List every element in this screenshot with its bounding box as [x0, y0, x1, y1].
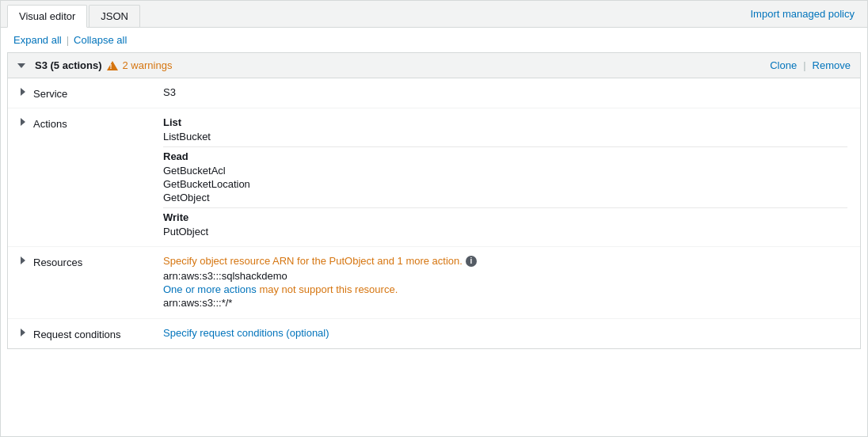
resource-note: One or more actions may not support this… — [163, 283, 847, 295]
section-title: S3 (5 actions) — [35, 59, 102, 71]
section-actions: Clone | Remove — [770, 59, 851, 71]
service-expand-icon[interactable] — [21, 88, 25, 96]
action-separator-1 — [163, 146, 847, 147]
expand-all-link[interactable]: Expand all — [13, 34, 62, 46]
request-conditions-row: Request conditions Specify request condi… — [8, 319, 860, 348]
resource-note-link[interactable]: One or more actions — [163, 283, 257, 295]
actions-expand-icon[interactable] — [21, 118, 25, 126]
expand-collapse-bar: Expand all | Collapse all — [1, 28, 867, 52]
conditions-expand-icon[interactable] — [21, 329, 25, 336]
actions-row: Actions List ListBucket Read GetBucketAc… — [8, 108, 860, 247]
resource-warning-text: Specify object resource ARN for the PutO… — [163, 255, 847, 267]
resources-label: Resources — [21, 255, 163, 268]
tab-bar-left: Visual editor JSON — [7, 1, 142, 27]
request-conditions-content: Specify request conditions (optional) — [163, 327, 847, 339]
expand-collapse-separator: | — [67, 34, 69, 46]
resources-row: Resources Specify object resource ARN fo… — [8, 247, 860, 319]
service-value: S3 — [163, 86, 847, 98]
warning-triangle-icon — [107, 61, 118, 70]
section-block-s3: S3 (5 actions) 2 warnings Clone | Remove… — [7, 52, 861, 349]
category-read: Read — [163, 150, 847, 162]
info-icon[interactable]: i — [466, 256, 477, 267]
section-content: Service S3 Actions List ListBucket Read … — [8, 78, 860, 348]
tab-visual-editor[interactable]: Visual editor — [7, 5, 87, 28]
tab-json[interactable]: JSON — [89, 5, 140, 27]
collapse-all-link[interactable]: Collapse all — [74, 34, 127, 46]
resource-arn-1: arn:aws:s3:::sqlshackdemo — [163, 270, 847, 282]
category-list: List — [163, 116, 847, 128]
warning-count-text: 2 warnings — [123, 59, 173, 71]
resources-content: Specify object resource ARN for the PutO… — [163, 255, 847, 310]
action-separator: | — [803, 59, 805, 71]
resource-arn-wildcard: arn:aws:s3:::*/* — [163, 297, 847, 309]
resources-expand-icon[interactable] — [21, 256, 25, 264]
section-collapse-icon[interactable] — [17, 63, 25, 68]
clone-link[interactable]: Clone — [770, 59, 797, 71]
action-separator-2 — [163, 207, 847, 208]
service-label: Service — [21, 86, 163, 100]
actions-label: Actions — [21, 116, 163, 130]
actions-content: List ListBucket Read GetBucketAcl GetBuc… — [163, 116, 847, 238]
action-getbucketlocation: GetBucketLocation — [163, 177, 847, 191]
action-listbucket: ListBucket — [163, 130, 847, 143]
action-getobject: GetObject — [163, 191, 847, 204]
import-managed-policy-link[interactable]: Import managed policy — [744, 2, 861, 26]
service-row: Service S3 — [8, 78, 860, 108]
section-header-left: S3 (5 actions) 2 warnings — [17, 59, 172, 71]
tab-bar: Visual editor JSON Import managed policy — [1, 1, 867, 28]
section-header: S3 (5 actions) 2 warnings Clone | Remove — [8, 53, 860, 78]
action-getbucketacl: GetBucketAcl — [163, 164, 847, 177]
page-wrapper: Visual editor JSON Import managed policy… — [0, 0, 868, 437]
conditions-link[interactable]: Specify request conditions (optional) — [163, 327, 329, 339]
request-conditions-label: Request conditions — [21, 327, 163, 340]
category-write: Write — [163, 211, 847, 223]
remove-link[interactable]: Remove — [813, 59, 851, 71]
action-putobject: PutObject — [163, 225, 847, 238]
